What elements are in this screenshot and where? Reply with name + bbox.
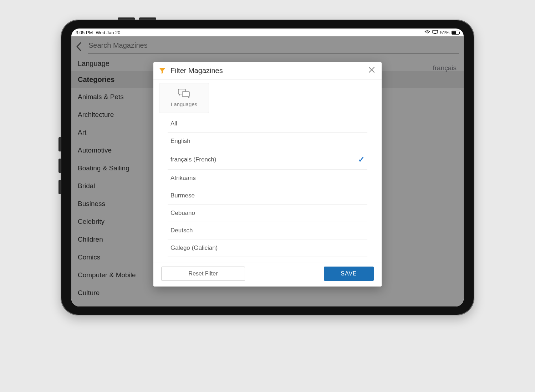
speech-bubbles-icon: [178, 89, 190, 99]
language-option-label: Deutsch: [170, 227, 193, 234]
filter-modal: Filter Magazines Languages AllEnglishfra…: [153, 62, 382, 287]
device-side-buttons: [58, 137, 61, 201]
language-option-label: English: [170, 138, 190, 145]
wifi-icon: [424, 30, 430, 35]
modal-header: Filter Magazines: [153, 62, 382, 79]
device-top-buttons: [118, 17, 156, 20]
language-option-label: Afrikaans: [170, 175, 196, 182]
filter-icon: [158, 67, 166, 74]
modal-title: Filter Magazines: [170, 67, 362, 75]
battery-icon: [452, 31, 459, 35]
reset-filter-button[interactable]: Reset Filter: [161, 267, 245, 281]
language-option[interactable]: Deutsch: [168, 222, 367, 239]
svg-rect-2: [182, 92, 189, 97]
close-button[interactable]: [367, 66, 377, 76]
tab-languages[interactable]: Languages: [159, 83, 209, 113]
language-option[interactable]: Indonesia (Indonesian): [168, 257, 367, 263]
svg-rect-0: [433, 30, 438, 33]
app-content: français Language Categories Animals & P…: [71, 36, 464, 306]
status-bar: 3:05 PM Wed Jan 20 51%: [71, 29, 464, 36]
tab-languages-label: Languages: [171, 101, 197, 107]
language-option-label: français (French): [170, 156, 216, 163]
language-option-label: Burmese: [170, 192, 195, 199]
save-button[interactable]: SAVE: [324, 267, 374, 281]
battery-pct: 51%: [440, 30, 449, 35]
language-option[interactable]: English: [168, 133, 367, 150]
language-option[interactable]: Burmese: [168, 187, 367, 205]
language-option-label: Cebuano: [170, 210, 195, 217]
screen: 3:05 PM Wed Jan 20 51% fra: [71, 29, 464, 306]
language-option[interactable]: Galego (Galician): [168, 239, 367, 257]
status-date: Wed Jan 20: [96, 30, 120, 35]
language-option-label: Galego (Galician): [170, 244, 218, 252]
status-time: 3:05 PM: [76, 30, 93, 35]
language-option[interactable]: All: [168, 115, 367, 133]
ipad-frame: 3:05 PM Wed Jan 20 51% fra: [61, 20, 474, 315]
modal-tabs: Languages: [153, 79, 382, 113]
language-option[interactable]: Afrikaans: [168, 170, 367, 187]
language-option-label: All: [170, 120, 177, 127]
language-option[interactable]: français (French)✓: [168, 150, 367, 170]
language-option[interactable]: Cebuano: [168, 205, 367, 222]
checkmark-icon: ✓: [358, 155, 365, 164]
airplay-icon: [432, 30, 438, 35]
language-list[interactable]: AllEnglishfrançais (French)✓AfrikaansBur…: [153, 113, 382, 263]
modal-footer: Reset Filter SAVE: [153, 263, 382, 287]
